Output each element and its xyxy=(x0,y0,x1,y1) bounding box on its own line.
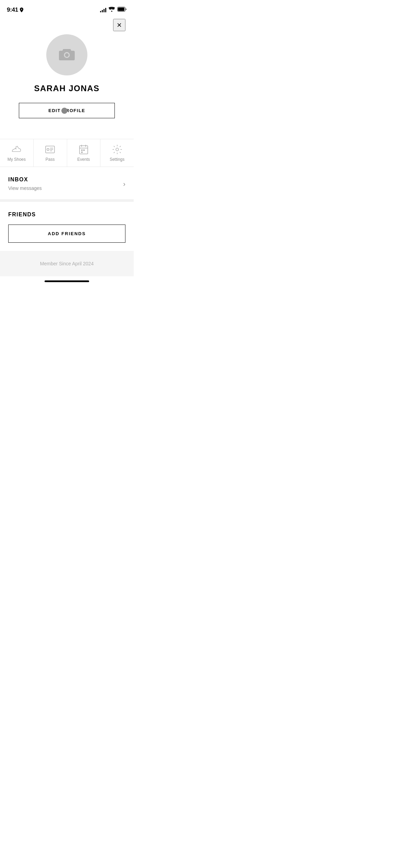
inbox-section: INBOX View messages › xyxy=(0,167,134,202)
signal-bars-icon xyxy=(100,8,106,12)
tab-events[interactable]: Events xyxy=(67,139,101,167)
close-button[interactable]: × xyxy=(113,19,125,31)
chevron-right-icon: › xyxy=(123,180,125,188)
tab-my-shoes[interactable]: My Shoes xyxy=(0,139,34,167)
pass-icon xyxy=(45,145,55,154)
nav-tabs: My Shoes Pass Events xyxy=(0,139,134,167)
svg-point-4 xyxy=(47,148,49,150)
svg-rect-2 xyxy=(118,8,124,11)
svg-rect-12 xyxy=(81,149,83,151)
profile-section: SARAH JONAS EDIT PROFILE xyxy=(0,17,134,129)
svg-rect-13 xyxy=(83,149,85,151)
friends-section: FRIENDS ADD FRIENDS xyxy=(0,202,134,251)
tab-events-label: Events xyxy=(77,157,90,162)
tab-settings[interactable]: Settings xyxy=(100,139,134,167)
inbox-subtitle: View messages xyxy=(8,185,42,191)
tab-pass[interactable]: Pass xyxy=(34,139,67,167)
inbox-row[interactable]: INBOX View messages › xyxy=(8,177,125,191)
svg-point-0 xyxy=(111,11,112,12)
battery-icon xyxy=(117,7,127,13)
footer: Member Since April 2024 xyxy=(0,251,134,276)
profile-name: SARAH JONAS xyxy=(34,84,99,93)
home-bar xyxy=(45,280,89,282)
camera-icon xyxy=(59,48,75,62)
inbox-title: INBOX xyxy=(8,177,42,183)
tab-settings-label: Settings xyxy=(110,157,124,162)
status-icons xyxy=(100,7,127,13)
home-indicator xyxy=(0,276,134,285)
svg-rect-14 xyxy=(81,152,83,153)
settings-icon xyxy=(112,145,122,154)
add-friends-button[interactable]: ADD FRIENDS xyxy=(8,225,125,243)
location-icon xyxy=(20,8,24,12)
tab-my-shoes-label: My Shoes xyxy=(8,157,26,162)
events-icon xyxy=(79,145,88,154)
avatar[interactable] xyxy=(46,34,87,75)
edit-profile-button[interactable]: EDIT PROFILE xyxy=(19,103,115,118)
svg-point-15 xyxy=(116,148,119,151)
friends-title: FRIENDS xyxy=(8,212,36,217)
tab-pass-label: Pass xyxy=(46,157,55,162)
shoe-icon xyxy=(12,145,21,154)
wifi-icon xyxy=(109,7,115,13)
status-time: 9:41 xyxy=(7,7,24,13)
member-since-text: Member Since April 2024 xyxy=(40,261,94,266)
status-bar: 9:41 xyxy=(0,0,134,17)
